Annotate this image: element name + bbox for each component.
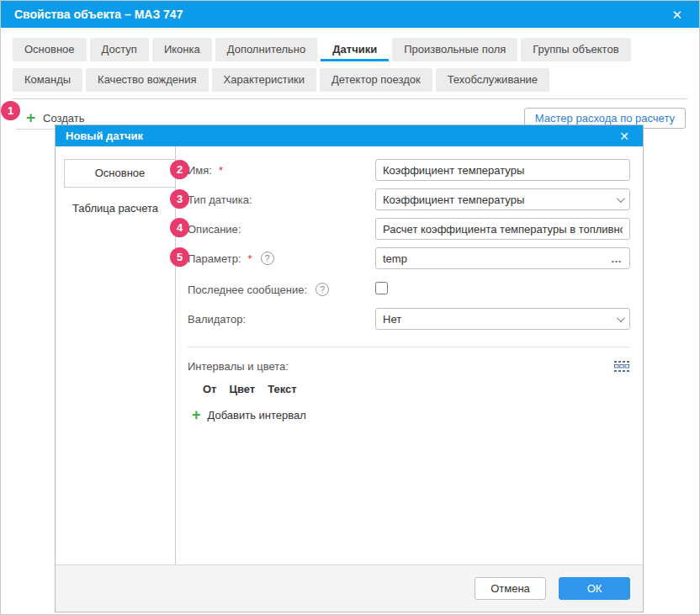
step-badge-2: 2 xyxy=(170,160,189,179)
dialog-title: Новый датчик xyxy=(66,130,143,142)
sensor-type-label-text: Тип датчика: xyxy=(188,194,252,206)
form-row-name: Имя: * xyxy=(188,159,630,181)
tab-kharakteristiki[interactable]: Характеристики xyxy=(212,68,316,92)
create-sensor-button[interactable]: Создать xyxy=(43,112,84,125)
ok-button[interactable]: ОК xyxy=(559,577,630,600)
form-row-type: Тип датчика: Коэффициент температуры xyxy=(188,188,630,210)
intervals-table-icon[interactable] xyxy=(613,360,630,373)
window-close-icon[interactable]: ✕ xyxy=(668,7,686,23)
tabs-row-2: Команды Качество вождения Характеристики… xyxy=(1,68,699,92)
last-message-checkbox[interactable] xyxy=(375,282,388,294)
tab-osnovnoe[interactable]: Основное xyxy=(13,38,87,61)
parameter-value: temp xyxy=(383,252,611,265)
parameter-label-text: Параметр: xyxy=(188,252,241,265)
tabs-divider xyxy=(13,98,687,99)
form-row-parameter: Параметр: * ? temp … xyxy=(188,247,630,269)
window-title: Свойства объекта – МАЗ 747 xyxy=(14,8,183,21)
description-label-text: Описание: xyxy=(188,223,241,236)
create-plus-icon: + xyxy=(26,110,35,125)
sensor-type-select[interactable]: Коэффициент температуры xyxy=(375,188,630,210)
dialog-close-icon[interactable]: ✕ xyxy=(616,129,633,144)
tab-dostup[interactable]: Доступ xyxy=(90,38,149,61)
validator-select[interactable]: Нет xyxy=(375,308,630,330)
tab-kachestvo-vozhdeniya[interactable]: Качество вождения xyxy=(86,68,208,92)
intervals-header: Интервалы и цвета: xyxy=(188,360,630,373)
intervals-title: Интервалы и цвета: xyxy=(188,360,289,373)
step-badge-3: 3 xyxy=(170,189,189,209)
add-interval-button[interactable]: + Добавить интервал xyxy=(192,407,630,422)
chevron-down-icon xyxy=(617,194,625,203)
validator-label-text: Валидатор: xyxy=(188,313,246,326)
sidebar-tab-main[interactable]: Основное xyxy=(64,159,175,188)
sensor-type-value: Коэффициент температуры xyxy=(383,194,617,206)
last-message-label-text: Последнее сообщение: xyxy=(188,284,307,296)
step-badge-5: 5 xyxy=(170,247,189,267)
last-message-label: Последнее сообщение: ? xyxy=(188,283,375,296)
form-row-description: Описание: xyxy=(188,218,630,240)
parameter-label: Параметр: * ? xyxy=(188,252,375,265)
cancel-button[interactable]: Отмена xyxy=(475,577,546,600)
validator-value: Нет xyxy=(383,313,617,326)
dialog-sidebar: Основное Таблица расчета xyxy=(56,146,176,565)
help-icon[interactable]: ? xyxy=(316,283,329,296)
parameter-field[interactable]: temp … xyxy=(375,247,630,269)
name-label-text: Имя: xyxy=(188,164,212,177)
required-asterisk: * xyxy=(248,252,252,265)
help-icon[interactable]: ? xyxy=(261,252,274,265)
description-label: Описание: xyxy=(188,223,375,236)
column-from: От xyxy=(203,383,216,395)
tab-datchiki-active[interactable]: Датчики xyxy=(321,38,389,61)
parameter-browse-button[interactable]: … xyxy=(611,252,623,265)
name-label: Имя: * xyxy=(188,164,375,177)
intervals-divider xyxy=(188,347,630,347)
tab-tekhobsluzhivanie[interactable]: Техобслуживание xyxy=(436,68,549,92)
window-titlebar: Свойства объекта – МАЗ 747 ✕ xyxy=(1,1,699,28)
sensors-table-border xyxy=(16,129,56,130)
tab-dopolnitelno[interactable]: Дополнительно xyxy=(215,38,318,61)
add-interval-label: Добавить интервал xyxy=(208,409,306,421)
sidebar-tab-calc-table[interactable]: Таблица расчета xyxy=(56,199,175,218)
column-text: Текст xyxy=(268,383,296,395)
column-color: Цвет xyxy=(229,383,255,395)
dialog-footer: Отмена ОК xyxy=(56,565,643,612)
validator-label: Валидатор: xyxy=(188,313,375,326)
add-plus-icon: + xyxy=(192,407,201,422)
tab-proizvolnye-polya[interactable]: Произвольные поля xyxy=(392,38,517,61)
description-input[interactable] xyxy=(375,218,630,240)
tab-ikonka[interactable]: Иконка xyxy=(152,38,212,61)
tabs-row-1: Основное Доступ Иконка Дополнительно Дат… xyxy=(1,38,699,61)
name-input[interactable] xyxy=(375,159,630,181)
dialog-body: Основное Таблица расчета Имя: * Тип датч… xyxy=(56,146,643,565)
tab-gruppy-obektov[interactable]: Группы объектов xyxy=(521,38,630,61)
tab-detektor-poezdok[interactable]: Детектор поездок xyxy=(320,68,432,92)
form-row-last-message: Последнее сообщение: ? xyxy=(188,281,630,298)
sensor-type-label: Тип датчика: xyxy=(188,194,375,206)
step-badge-1: 1 xyxy=(1,101,20,120)
intervals-column-headers: От Цвет Текст xyxy=(203,383,630,395)
tab-komandy[interactable]: Команды xyxy=(13,68,82,92)
new-sensor-dialog: Новый датчик ✕ Основное Таблица расчета … xyxy=(55,125,644,612)
chevron-down-icon xyxy=(617,314,625,322)
form-row-validator: Валидатор: Нет xyxy=(188,308,630,330)
dialog-titlebar: Новый датчик ✕ xyxy=(56,125,643,146)
step-badge-4: 4 xyxy=(170,218,189,237)
sensor-form: Имя: * Тип датчика: Коэффициент температ… xyxy=(176,146,643,565)
required-asterisk: * xyxy=(219,164,223,177)
